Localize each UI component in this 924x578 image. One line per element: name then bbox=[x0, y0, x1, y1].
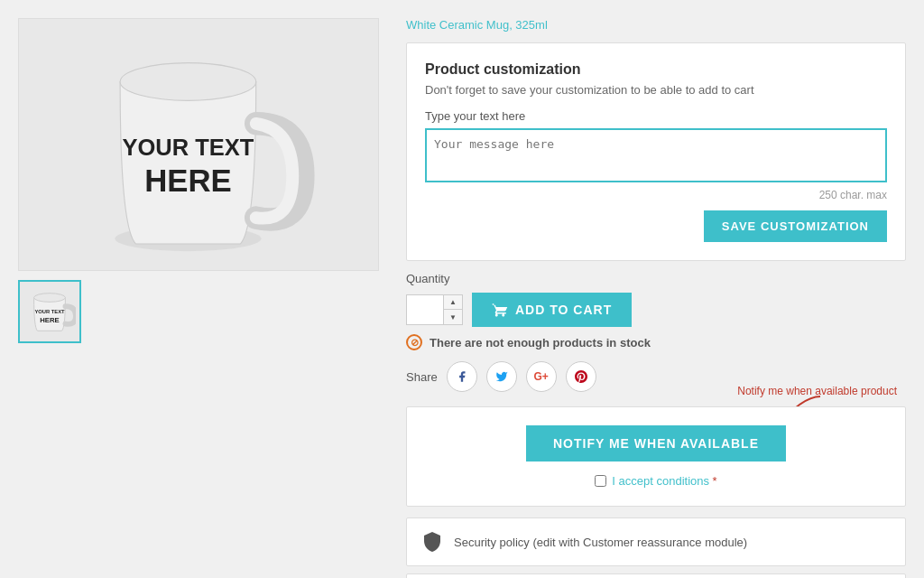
quantity-row: 1 ▲ ▼ ADD TO CART bbox=[406, 293, 906, 327]
svg-text:YOUR TEXT: YOUR TEXT bbox=[123, 135, 254, 160]
breadcrumb: White Ceramic Mug, 325ml bbox=[406, 18, 906, 32]
security-policy-text: Security policy (edit with Customer reas… bbox=[454, 536, 747, 549]
quantity-section: Quantity 1 ▲ ▼ ADD TO CART bbox=[406, 272, 906, 350]
pinterest-icon bbox=[575, 370, 587, 383]
warning-icon: ⊘ bbox=[406, 334, 422, 350]
quantity-input-wrapper: 1 ▲ ▼ bbox=[406, 294, 463, 325]
notify-section: Notify me when available product NOTIFY … bbox=[406, 406, 906, 507]
twitter-button[interactable] bbox=[486, 361, 517, 392]
thumbnail-item[interactable]: YOUR TEXT HERE bbox=[18, 280, 81, 343]
add-to-cart-button[interactable]: ADD TO CART bbox=[472, 293, 632, 327]
notify-me-button[interactable]: NOTIFY ME WHEN AVAILABLE bbox=[526, 425, 786, 461]
googleplus-icon: G+ bbox=[534, 370, 549, 383]
notify-box: NOTIFY ME WHEN AVAILABLE I accept condit… bbox=[406, 406, 906, 507]
quantity-arrows: ▲ ▼ bbox=[443, 295, 462, 324]
char-limit: 250 char. max bbox=[425, 189, 887, 201]
svg-text:HERE: HERE bbox=[40, 316, 59, 324]
accept-conditions-checkbox[interactable] bbox=[595, 475, 606, 487]
customization-subtitle: Don't forget to save your customization … bbox=[425, 83, 887, 97]
main-product-image: YOUR TEXT HERE bbox=[18, 18, 379, 271]
facebook-icon bbox=[456, 370, 468, 383]
share-label: Share bbox=[406, 370, 438, 384]
thumbnail-mug-svg: YOUR TEXT HERE bbox=[23, 284, 76, 339]
accept-conditions-row: I accept conditions * bbox=[425, 474, 887, 488]
stock-warning-text: There are not enough products in stock bbox=[430, 336, 651, 350]
notify-annotation: Notify me when available product bbox=[737, 385, 897, 397]
stock-warning: ⊘ There are not enough products in stock bbox=[406, 334, 906, 350]
policy-list: Security policy (edit with Customer reas… bbox=[406, 517, 906, 578]
customization-title: Product customization bbox=[425, 61, 887, 78]
save-customization-button[interactable]: SAVE CUSTOMIZATION bbox=[704, 210, 887, 242]
customization-label: Type your text here bbox=[425, 109, 887, 123]
delivery-policy-box: Delivery policy (edit with Customer reas… bbox=[406, 573, 906, 578]
product-detail-panel: White Ceramic Mug, 325ml Product customi… bbox=[406, 18, 906, 578]
quantity-down-button[interactable]: ▼ bbox=[444, 310, 462, 324]
mug-illustration: YOUR TEXT HERE bbox=[19, 19, 378, 270]
twitter-icon bbox=[495, 370, 508, 383]
svg-point-4 bbox=[34, 294, 66, 303]
quantity-input[interactable]: 1 bbox=[407, 295, 443, 324]
googleplus-button[interactable]: G+ bbox=[526, 361, 557, 392]
accept-conditions-label: I accept conditions * bbox=[612, 474, 716, 488]
customization-input[interactable] bbox=[425, 128, 887, 182]
facebook-button[interactable] bbox=[447, 361, 477, 392]
pinterest-button[interactable] bbox=[566, 361, 596, 392]
cart-icon bbox=[492, 302, 508, 318]
svg-text:HERE: HERE bbox=[144, 163, 232, 198]
security-icon bbox=[421, 531, 443, 553]
product-image-panel: YOUR TEXT HERE YOUR TEXT HERE bbox=[18, 18, 379, 578]
security-policy-box: Security policy (edit with Customer reas… bbox=[406, 517, 906, 566]
thumbnail-row: YOUR TEXT HERE bbox=[18, 280, 379, 343]
quantity-up-button[interactable]: ▲ bbox=[444, 295, 462, 310]
svg-point-1 bbox=[120, 63, 256, 101]
quantity-label: Quantity bbox=[406, 272, 906, 285]
svg-text:YOUR TEXT: YOUR TEXT bbox=[34, 309, 65, 314]
customization-box: Product customization Don't forget to sa… bbox=[406, 42, 906, 261]
